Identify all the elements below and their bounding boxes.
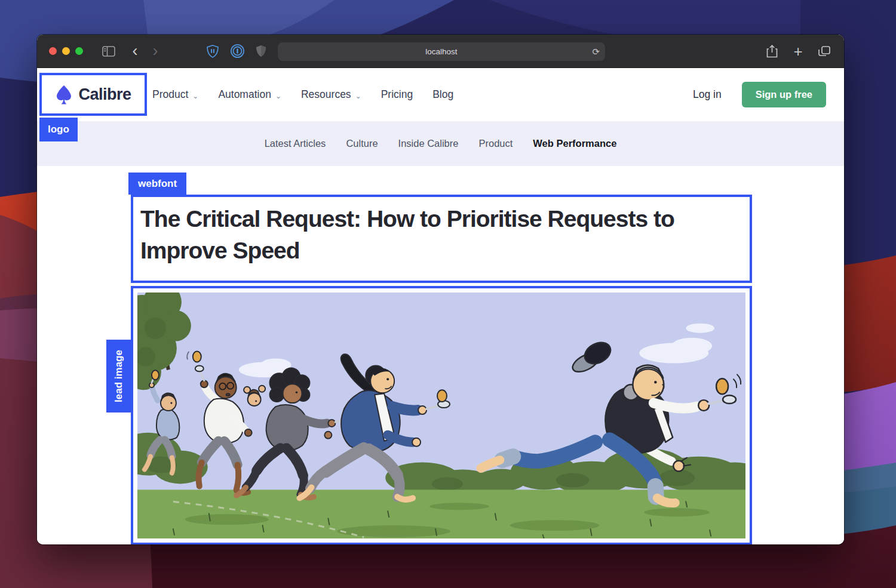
new-tab-button[interactable]: + xyxy=(788,42,808,61)
spade-logo-icon xyxy=(55,85,73,104)
chevron-down-icon: ⌄ xyxy=(355,92,361,100)
title-annotation-box: The Critical Request: How to Prioritise … xyxy=(131,195,752,283)
nav-item-product[interactable]: Product ⌄ xyxy=(152,88,198,101)
login-link[interactable]: Log in xyxy=(693,88,722,101)
annotation-label-webfont: webfont xyxy=(128,173,186,195)
header-actions: Log in Sign up free xyxy=(693,68,826,121)
nav-item-resources[interactable]: Resources ⌄ xyxy=(301,88,361,101)
subnav-item-web-performance[interactable]: Web Performance xyxy=(533,138,616,149)
blog-category-nav: Latest Articles Culture Inside Calibre P… xyxy=(37,121,844,166)
chevron-down-icon: ⌄ xyxy=(275,92,281,100)
subnav-item-inside-calibre[interactable]: Inside Calibre xyxy=(398,138,459,149)
titlebar-right-icons: + xyxy=(762,35,834,67)
nav-item-blog[interactable]: Blog xyxy=(432,88,453,101)
chevron-down-icon: ⌄ xyxy=(192,92,198,100)
browser-window: ‹ › localhost ⟳ + xyxy=(37,35,844,544)
1password-icon[interactable] xyxy=(227,42,247,60)
browser-titlebar: ‹ › localhost ⟳ + xyxy=(37,35,844,68)
subnav-item-product[interactable]: Product xyxy=(478,138,513,149)
content-blocker-shield-icon[interactable] xyxy=(202,42,223,60)
url-text: localhost xyxy=(425,47,457,56)
logo-wordmark: Calibre xyxy=(78,85,131,104)
sidebar-toggle-icon[interactable] xyxy=(99,42,119,60)
logo-annotation-box[interactable]: Calibre xyxy=(39,73,147,116)
site-header: Calibre logo Product ⌄ Automation ⌄ Reso… xyxy=(37,68,844,121)
subnav-item-latest-articles[interactable]: Latest Articles xyxy=(265,138,326,149)
reload-icon[interactable]: ⟳ xyxy=(592,47,600,57)
lead-image-annotation-box xyxy=(131,286,752,544)
tab-overview-icon[interactable] xyxy=(814,42,834,60)
back-button[interactable]: ‹ xyxy=(125,42,145,61)
subnav-item-culture[interactable]: Culture xyxy=(346,138,378,149)
webpage: Calibre logo Product ⌄ Automation ⌄ Reso… xyxy=(37,68,844,544)
signup-button[interactable]: Sign up free xyxy=(742,82,826,107)
annotation-label-logo: logo xyxy=(39,118,78,141)
privacy-shield-icon[interactable] xyxy=(251,42,271,60)
traffic-lights xyxy=(49,47,83,55)
primary-nav: Product ⌄ Automation ⌄ Resources ⌄ Prici… xyxy=(152,68,453,121)
close-window-button[interactable] xyxy=(49,47,57,55)
nav-item-automation[interactable]: Automation ⌄ xyxy=(218,88,281,101)
minimize-window-button[interactable] xyxy=(62,47,70,55)
forward-button[interactable]: › xyxy=(145,42,165,61)
nav-item-pricing[interactable]: Pricing xyxy=(381,88,413,101)
zoom-window-button[interactable] xyxy=(75,47,83,55)
article-title: The Critical Request: How to Prioritise … xyxy=(140,203,742,266)
address-bar[interactable]: localhost ⟳ xyxy=(278,42,605,61)
annotation-label-lead-image: lead image xyxy=(106,340,131,412)
share-icon[interactable] xyxy=(762,42,782,60)
lead-image xyxy=(137,293,745,538)
desktop: { "browser": { "url": "localhost", "back… xyxy=(0,0,896,588)
